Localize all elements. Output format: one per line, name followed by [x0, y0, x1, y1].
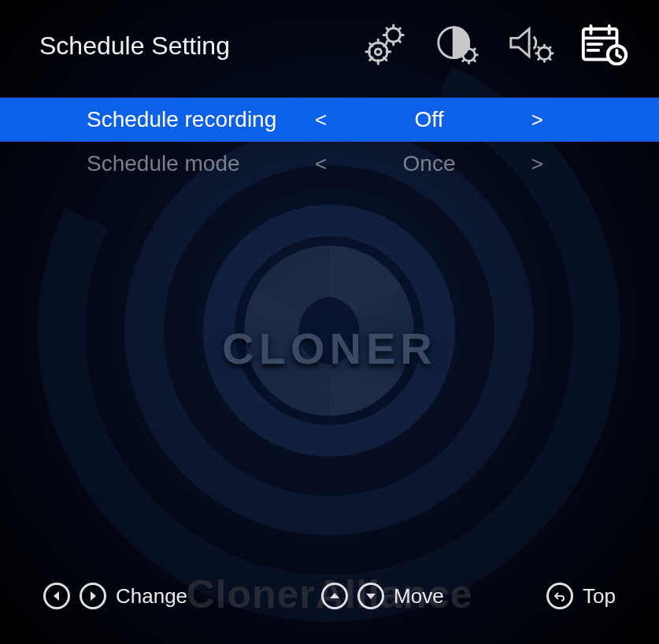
chevron-right-icon[interactable]: > — [524, 108, 551, 132]
chevron-left-icon[interactable]: < — [307, 108, 335, 132]
row-label: Schedule mode — [87, 151, 307, 176]
svg-marker-50 — [330, 593, 339, 598]
hint-label: Change — [116, 584, 187, 609]
nav-right-icon — [80, 583, 106, 609]
tab-schedule[interactable] — [579, 24, 628, 68]
nav-down-icon — [357, 583, 384, 609]
hint-label: Move — [394, 584, 444, 609]
nav-left-icon — [43, 583, 70, 609]
value-selector: < Once > — [307, 151, 551, 176]
row-schedule-recording[interactable]: Schedule recording < Off > — [0, 98, 659, 142]
row-value: Off — [335, 107, 524, 132]
chevron-left-icon[interactable]: < — [307, 152, 335, 176]
svg-marker-49 — [91, 591, 96, 601]
svg-line-36 — [549, 47, 550, 49]
settings-menu: Schedule recording < Off > Schedule mode… — [0, 98, 659, 186]
header: Schedule Setting — [0, 0, 659, 76]
svg-line-35 — [549, 57, 550, 59]
value-selector: < Off > — [307, 107, 551, 132]
svg-line-34 — [539, 47, 540, 49]
nav-up-icon — [321, 583, 348, 609]
tab-audio[interactable] — [506, 24, 555, 68]
svg-marker-48 — [54, 591, 59, 601]
footer-hints: Change Move Top — [0, 583, 659, 609]
back-icon — [546, 583, 573, 609]
svg-line-27 — [473, 49, 475, 50]
hint-top: Top — [546, 583, 616, 609]
calendar-clock-icon — [579, 23, 628, 68]
logo-fan — [227, 228, 431, 433]
background-ring-inner — [203, 205, 455, 457]
svg-line-25 — [463, 49, 465, 50]
svg-line-5 — [387, 28, 388, 30]
gears-icon — [361, 23, 410, 68]
background-ring-mid — [124, 126, 534, 535]
svg-marker-51 — [366, 594, 376, 599]
speaker-settings-icon — [506, 23, 555, 68]
hint-label: Top — [583, 584, 616, 609]
tab-display[interactable] — [434, 24, 483, 68]
tab-bar — [361, 24, 628, 68]
svg-line-6 — [398, 40, 400, 42]
row-label: Schedule recording — [87, 107, 307, 132]
hint-change: Change — [43, 583, 187, 609]
hint-move: Move — [321, 583, 444, 609]
background-ring-outer — [0, 0, 659, 644]
page-title: Schedule Setting — [39, 31, 230, 61]
svg-line-28 — [463, 59, 465, 61]
brand-logo-text: CLONER — [0, 323, 659, 374]
svg-line-37 — [539, 57, 540, 59]
svg-line-8 — [387, 40, 388, 42]
contrast-icon — [434, 23, 483, 68]
row-value: Once — [335, 151, 524, 176]
chevron-right-icon[interactable]: > — [524, 152, 551, 176]
svg-line-47 — [616, 55, 620, 57]
row-schedule-mode[interactable]: Schedule mode < Once > — [0, 142, 659, 186]
svg-point-10 — [375, 49, 381, 55]
tab-general[interactable] — [361, 24, 410, 68]
svg-line-26 — [473, 59, 475, 61]
svg-line-7 — [398, 28, 400, 30]
